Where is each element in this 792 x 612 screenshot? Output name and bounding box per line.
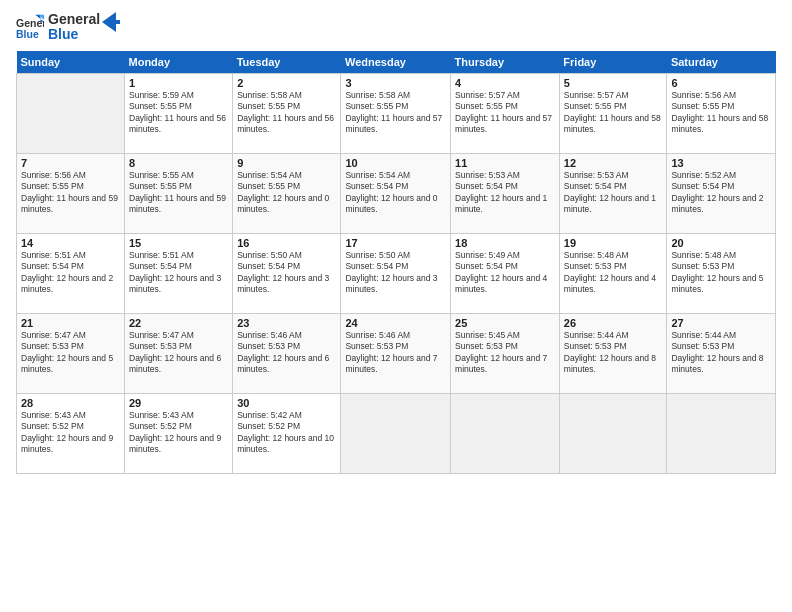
day-info: Sunrise: 5:58 AMSunset: 5:55 PMDaylight:… bbox=[345, 90, 446, 136]
calendar-cell: 28 Sunrise: 5:43 AMSunset: 5:52 PMDaylig… bbox=[17, 393, 125, 473]
calendar-cell: 7 Sunrise: 5:56 AMSunset: 5:55 PMDayligh… bbox=[17, 153, 125, 233]
header-row: SundayMondayTuesdayWednesdayThursdayFrid… bbox=[17, 51, 776, 74]
calendar-week-5: 28 Sunrise: 5:43 AMSunset: 5:52 PMDaylig… bbox=[17, 393, 776, 473]
calendar-cell bbox=[559, 393, 667, 473]
day-info: Sunrise: 5:50 AMSunset: 5:54 PMDaylight:… bbox=[345, 250, 446, 296]
day-number: 28 bbox=[21, 397, 120, 409]
calendar-cell: 26 Sunrise: 5:44 AMSunset: 5:53 PMDaylig… bbox=[559, 313, 667, 393]
day-number: 21 bbox=[21, 317, 120, 329]
calendar-cell: 12 Sunrise: 5:53 AMSunset: 5:54 PMDaylig… bbox=[559, 153, 667, 233]
calendar-cell bbox=[17, 73, 125, 153]
day-info: Sunrise: 5:50 AMSunset: 5:54 PMDaylight:… bbox=[237, 250, 336, 296]
calendar-week-3: 14 Sunrise: 5:51 AMSunset: 5:54 PMDaylig… bbox=[17, 233, 776, 313]
day-number: 30 bbox=[237, 397, 336, 409]
day-info: Sunrise: 5:49 AMSunset: 5:54 PMDaylight:… bbox=[455, 250, 555, 296]
day-number: 16 bbox=[237, 237, 336, 249]
calendar-cell: 2 Sunrise: 5:58 AMSunset: 5:55 PMDayligh… bbox=[233, 73, 341, 153]
day-number: 10 bbox=[345, 157, 446, 169]
day-info: Sunrise: 5:54 AMSunset: 5:55 PMDaylight:… bbox=[237, 170, 336, 216]
day-number: 4 bbox=[455, 77, 555, 89]
day-header-thursday: Thursday bbox=[451, 51, 560, 74]
day-info: Sunrise: 5:48 AMSunset: 5:53 PMDaylight:… bbox=[564, 250, 663, 296]
calendar-cell: 10 Sunrise: 5:54 AMSunset: 5:54 PMDaylig… bbox=[341, 153, 451, 233]
day-info: Sunrise: 5:44 AMSunset: 5:53 PMDaylight:… bbox=[564, 330, 663, 376]
calendar-cell: 16 Sunrise: 5:50 AMSunset: 5:54 PMDaylig… bbox=[233, 233, 341, 313]
day-number: 5 bbox=[564, 77, 663, 89]
day-number: 2 bbox=[237, 77, 336, 89]
day-info: Sunrise: 5:58 AMSunset: 5:55 PMDaylight:… bbox=[237, 90, 336, 136]
day-info: Sunrise: 5:44 AMSunset: 5:53 PMDaylight:… bbox=[671, 330, 771, 376]
day-number: 17 bbox=[345, 237, 446, 249]
calendar-cell: 29 Sunrise: 5:43 AMSunset: 5:52 PMDaylig… bbox=[125, 393, 233, 473]
calendar-cell: 9 Sunrise: 5:54 AMSunset: 5:55 PMDayligh… bbox=[233, 153, 341, 233]
day-number: 15 bbox=[129, 237, 228, 249]
day-number: 19 bbox=[564, 237, 663, 249]
logo: General Blue General Blue bbox=[16, 12, 120, 43]
day-number: 8 bbox=[129, 157, 228, 169]
calendar-cell: 21 Sunrise: 5:47 AMSunset: 5:53 PMDaylig… bbox=[17, 313, 125, 393]
calendar-week-4: 21 Sunrise: 5:47 AMSunset: 5:53 PMDaylig… bbox=[17, 313, 776, 393]
day-info: Sunrise: 5:59 AMSunset: 5:55 PMDaylight:… bbox=[129, 90, 228, 136]
svg-text:Blue: Blue bbox=[16, 28, 39, 40]
calendar-cell: 24 Sunrise: 5:46 AMSunset: 5:53 PMDaylig… bbox=[341, 313, 451, 393]
day-number: 14 bbox=[21, 237, 120, 249]
day-number: 3 bbox=[345, 77, 446, 89]
logo-arrow-icon bbox=[102, 12, 120, 32]
day-number: 18 bbox=[455, 237, 555, 249]
calendar-cell bbox=[341, 393, 451, 473]
calendar-cell bbox=[667, 393, 776, 473]
day-number: 12 bbox=[564, 157, 663, 169]
day-number: 25 bbox=[455, 317, 555, 329]
calendar-page: General Blue General Blue SundayMondayTu… bbox=[0, 0, 792, 612]
day-number: 29 bbox=[129, 397, 228, 409]
day-number: 7 bbox=[21, 157, 120, 169]
day-info: Sunrise: 5:54 AMSunset: 5:54 PMDaylight:… bbox=[345, 170, 446, 216]
day-number: 27 bbox=[671, 317, 771, 329]
calendar-cell: 11 Sunrise: 5:53 AMSunset: 5:54 PMDaylig… bbox=[451, 153, 560, 233]
calendar-cell: 13 Sunrise: 5:52 AMSunset: 5:54 PMDaylig… bbox=[667, 153, 776, 233]
day-header-sunday: Sunday bbox=[17, 51, 125, 74]
day-number: 9 bbox=[237, 157, 336, 169]
calendar-cell: 19 Sunrise: 5:48 AMSunset: 5:53 PMDaylig… bbox=[559, 233, 667, 313]
day-header-monday: Monday bbox=[125, 51, 233, 74]
day-info: Sunrise: 5:56 AMSunset: 5:55 PMDaylight:… bbox=[671, 90, 771, 136]
day-number: 22 bbox=[129, 317, 228, 329]
day-number: 24 bbox=[345, 317, 446, 329]
day-number: 6 bbox=[671, 77, 771, 89]
calendar-cell: 5 Sunrise: 5:57 AMSunset: 5:55 PMDayligh… bbox=[559, 73, 667, 153]
day-number: 20 bbox=[671, 237, 771, 249]
day-number: 26 bbox=[564, 317, 663, 329]
calendar-cell bbox=[451, 393, 560, 473]
day-info: Sunrise: 5:56 AMSunset: 5:55 PMDaylight:… bbox=[21, 170, 120, 216]
logo-blue: Blue bbox=[48, 27, 100, 42]
calendar-week-1: 1 Sunrise: 5:59 AMSunset: 5:55 PMDayligh… bbox=[17, 73, 776, 153]
day-info: Sunrise: 5:43 AMSunset: 5:52 PMDaylight:… bbox=[129, 410, 228, 456]
day-info: Sunrise: 5:51 AMSunset: 5:54 PMDaylight:… bbox=[21, 250, 120, 296]
day-info: Sunrise: 5:42 AMSunset: 5:52 PMDaylight:… bbox=[237, 410, 336, 456]
calendar-cell: 22 Sunrise: 5:47 AMSunset: 5:53 PMDaylig… bbox=[125, 313, 233, 393]
calendar-cell: 18 Sunrise: 5:49 AMSunset: 5:54 PMDaylig… bbox=[451, 233, 560, 313]
calendar-week-2: 7 Sunrise: 5:56 AMSunset: 5:55 PMDayligh… bbox=[17, 153, 776, 233]
day-info: Sunrise: 5:52 AMSunset: 5:54 PMDaylight:… bbox=[671, 170, 771, 216]
day-header-friday: Friday bbox=[559, 51, 667, 74]
day-info: Sunrise: 5:53 AMSunset: 5:54 PMDaylight:… bbox=[564, 170, 663, 216]
day-info: Sunrise: 5:46 AMSunset: 5:53 PMDaylight:… bbox=[345, 330, 446, 376]
day-number: 1 bbox=[129, 77, 228, 89]
calendar-cell: 27 Sunrise: 5:44 AMSunset: 5:53 PMDaylig… bbox=[667, 313, 776, 393]
day-info: Sunrise: 5:57 AMSunset: 5:55 PMDaylight:… bbox=[455, 90, 555, 136]
calendar-cell: 8 Sunrise: 5:55 AMSunset: 5:55 PMDayligh… bbox=[125, 153, 233, 233]
calendar-cell: 14 Sunrise: 5:51 AMSunset: 5:54 PMDaylig… bbox=[17, 233, 125, 313]
calendar-cell: 17 Sunrise: 5:50 AMSunset: 5:54 PMDaylig… bbox=[341, 233, 451, 313]
day-number: 13 bbox=[671, 157, 771, 169]
calendar-cell: 15 Sunrise: 5:51 AMSunset: 5:54 PMDaylig… bbox=[125, 233, 233, 313]
calendar-table: SundayMondayTuesdayWednesdayThursdayFrid… bbox=[16, 51, 776, 474]
day-info: Sunrise: 5:53 AMSunset: 5:54 PMDaylight:… bbox=[455, 170, 555, 216]
calendar-cell: 6 Sunrise: 5:56 AMSunset: 5:55 PMDayligh… bbox=[667, 73, 776, 153]
day-info: Sunrise: 5:48 AMSunset: 5:53 PMDaylight:… bbox=[671, 250, 771, 296]
calendar-cell: 23 Sunrise: 5:46 AMSunset: 5:53 PMDaylig… bbox=[233, 313, 341, 393]
day-info: Sunrise: 5:46 AMSunset: 5:53 PMDaylight:… bbox=[237, 330, 336, 376]
calendar-cell: 20 Sunrise: 5:48 AMSunset: 5:53 PMDaylig… bbox=[667, 233, 776, 313]
day-info: Sunrise: 5:57 AMSunset: 5:55 PMDaylight:… bbox=[564, 90, 663, 136]
calendar-cell: 4 Sunrise: 5:57 AMSunset: 5:55 PMDayligh… bbox=[451, 73, 560, 153]
day-number: 23 bbox=[237, 317, 336, 329]
